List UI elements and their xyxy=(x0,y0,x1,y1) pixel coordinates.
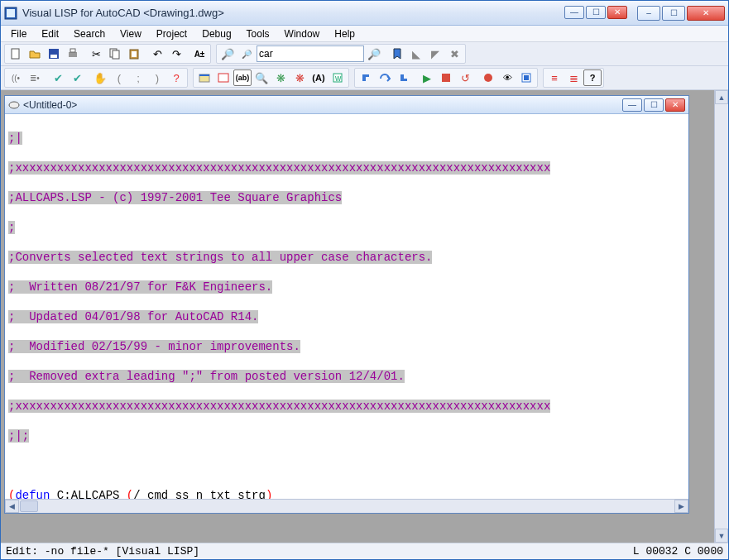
step-indicator-icon[interactable]: ≡ xyxy=(545,69,564,86)
child-close-button[interactable]: ✕ xyxy=(607,6,627,19)
help-lookup-icon[interactable]: ? xyxy=(167,69,185,86)
toolbar-row-1: ✂ ↶ ↷ A± 🔎 🔎 🔎 ◣ ◤ ✖ xyxy=(1,42,728,66)
menu-tools[interactable]: Tools xyxy=(240,26,276,41)
scroll-down-icon[interactable]: ▼ xyxy=(715,529,728,543)
select-window-icon[interactable] xyxy=(214,69,233,86)
save-icon[interactable] xyxy=(45,45,63,62)
last-break-icon[interactable] xyxy=(517,69,535,86)
step-out-icon[interactable] xyxy=(395,69,413,86)
comment-line: ; Removed extra leading ";" from posted … xyxy=(8,370,405,383)
toggle-breakpoint-icon[interactable] xyxy=(479,69,497,86)
find-next-icon[interactable]: 🔎 xyxy=(365,45,383,62)
complete-word-icon[interactable]: A± xyxy=(190,45,209,62)
child-titlebar[interactable]: <Untitled-0> — ☐ ✕ xyxy=(5,96,688,114)
comment-line: ;|; xyxy=(8,429,29,443)
context-help-icon[interactable]: ? xyxy=(583,69,602,86)
symbol-icon[interactable]: (A) xyxy=(309,69,328,86)
menubar: File Edit Search View Project Debug Tool… xyxy=(1,26,728,42)
titlebar[interactable]: Visual LISP for AutoCAD <Drawing1.dwg> —… xyxy=(1,1,728,26)
minimize-button[interactable]: – xyxy=(637,6,660,21)
inspect-icon[interactable]: 🔍 xyxy=(252,69,271,86)
format-selection-icon[interactable]: ✋ xyxy=(91,69,109,86)
error-trace-icon[interactable]: ❋ xyxy=(290,69,309,86)
editor-hscrollbar[interactable]: ◀ ▶ xyxy=(5,499,688,513)
step-into-icon[interactable] xyxy=(357,69,375,86)
step-over-icon[interactable] xyxy=(376,69,394,86)
replace-icon[interactable]: 🔎 xyxy=(237,45,256,62)
trace-stack-icon[interactable]: ≣ xyxy=(564,69,583,86)
svg-rect-4 xyxy=(50,55,57,58)
load-file-icon[interactable]: ≣• xyxy=(26,69,44,86)
file-toolbar: ✂ ↶ ↷ A± xyxy=(4,44,211,64)
svg-rect-1 xyxy=(7,9,15,17)
scroll-thumb[interactable] xyxy=(20,500,38,512)
uncomment-block-icon[interactable]: ) xyxy=(148,69,166,86)
scroll-left-icon[interactable]: ◀ xyxy=(5,500,19,513)
comment-line: ; Updated 04/01/98 for AutoCAD R14. xyxy=(8,310,258,323)
scroll-right-icon[interactable]: ▶ xyxy=(674,500,688,513)
new-file-icon[interactable] xyxy=(7,45,25,62)
doc-minimize-button[interactable]: — xyxy=(622,98,642,112)
mdi-vscrollbar[interactable]: ▲ ▼ xyxy=(714,90,728,543)
menu-search[interactable]: Search xyxy=(67,26,112,41)
menu-debug[interactable]: Debug xyxy=(195,26,237,41)
menu-view[interactable]: View xyxy=(113,26,148,41)
continue-icon[interactable]: ▶ xyxy=(418,69,436,86)
status-left: Edit: -no file-* [Visual LISP] xyxy=(6,545,633,558)
print-icon[interactable] xyxy=(64,45,82,62)
scroll-track[interactable] xyxy=(39,500,674,513)
bookmark-prev-icon[interactable]: ◤ xyxy=(426,45,444,62)
comment-line: ;ALLCAPS.LSP - (c) 1997-2001 Tee Square … xyxy=(8,191,342,204)
scroll-track[interactable] xyxy=(715,104,728,529)
menu-project[interactable]: Project xyxy=(150,26,194,41)
activate-autocad-icon[interactable] xyxy=(195,69,213,86)
view-toolbar: ≡ ≣ ? xyxy=(543,68,604,88)
add-watch-icon[interactable]: 👁 xyxy=(498,69,516,86)
child-restore-button[interactable]: ☐ xyxy=(586,6,606,19)
reset-icon[interactable]: ↺ xyxy=(456,69,474,86)
comment-line: ; Written 08/21/97 for F&K Engineers. xyxy=(8,280,272,294)
check-file-icon[interactable]: ✔ xyxy=(68,69,86,86)
app-icon xyxy=(4,7,17,20)
child-window: <Untitled-0> — ☐ ✕ ;| ;xxxxxxxxxxxxxxxxx… xyxy=(4,95,689,514)
undo-icon[interactable]: ↶ xyxy=(148,45,166,62)
bookmark-clear-icon[interactable]: ✖ xyxy=(445,45,463,62)
find-toolbar: 🔎 🔎 🔎 ◣ ◤ ✖ xyxy=(216,44,466,64)
quit-icon[interactable] xyxy=(437,69,455,86)
format-file-icon[interactable]: ( xyxy=(110,69,128,86)
copy-icon[interactable] xyxy=(106,45,124,62)
paste-icon[interactable] xyxy=(125,45,143,62)
check-selection-icon[interactable]: ✔ xyxy=(49,69,67,86)
doc-maximize-button[interactable]: ☐ xyxy=(644,98,664,112)
bookmark-toggle-icon[interactable] xyxy=(388,45,406,62)
apropos-icon[interactable]: w xyxy=(329,69,347,86)
menu-window[interactable]: Window xyxy=(278,26,327,41)
document-icon xyxy=(8,99,20,111)
open-file-icon[interactable] xyxy=(26,45,44,62)
cut-icon[interactable]: ✂ xyxy=(87,45,105,62)
svg-rect-6 xyxy=(70,49,75,52)
menu-edit[interactable]: Edit xyxy=(35,26,65,41)
child-title-text: <Untitled-0> xyxy=(23,99,622,111)
close-button[interactable]: ✕ xyxy=(687,6,725,21)
comment-line: ; xyxy=(8,221,15,234)
menu-file[interactable]: File xyxy=(4,26,33,41)
maximize-button[interactable]: ☐ xyxy=(662,6,685,21)
load-selection-icon[interactable]: ((• xyxy=(7,69,25,86)
code-editor[interactable]: ;| ;xxxxxxxxxxxxxxxxxxxxxxxxxxxxxxxxxxxx… xyxy=(5,114,688,499)
comment-block-icon[interactable]: ; xyxy=(129,69,147,86)
redo-icon[interactable]: ↷ xyxy=(167,45,185,62)
find-icon[interactable]: 🔎 xyxy=(218,45,237,62)
svg-rect-10 xyxy=(132,51,137,57)
doc-close-button[interactable]: ✕ xyxy=(665,98,685,112)
menu-help[interactable]: Help xyxy=(328,26,362,41)
trace-icon[interactable]: ❋ xyxy=(271,69,290,86)
child-minimize-button[interactable]: — xyxy=(564,6,584,19)
scroll-up-icon[interactable]: ▲ xyxy=(715,90,728,104)
status-bar: Edit: -no file-* [Visual LISP] L 00032 C… xyxy=(1,543,728,559)
svg-rect-12 xyxy=(199,74,209,76)
find-combo[interactable] xyxy=(257,45,364,62)
bookmark-next-icon[interactable]: ◣ xyxy=(407,45,425,62)
svg-rect-19 xyxy=(524,75,529,80)
lisp-console-icon[interactable]: (ab) xyxy=(233,69,252,86)
